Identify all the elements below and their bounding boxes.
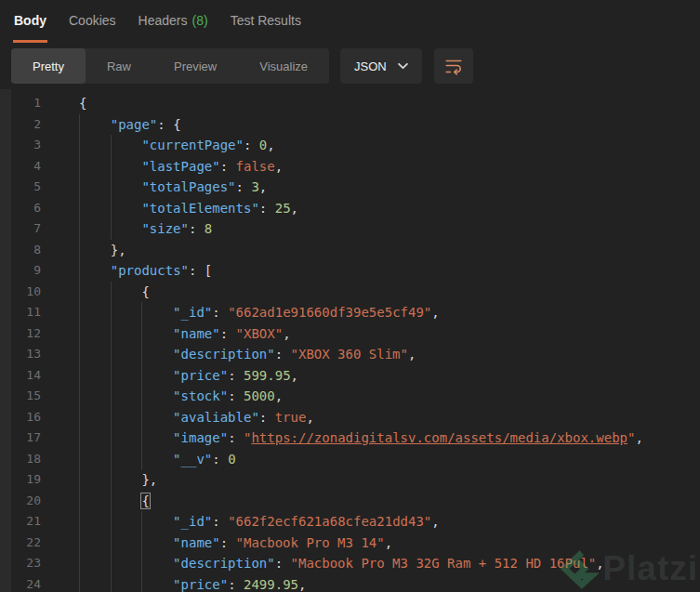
json-token-boo: true [275,410,307,425]
indent-guide [111,177,142,198]
json-token-pun: , [259,179,267,194]
json-token-pun: : [228,430,244,445]
json-token-pun: }, [111,243,126,257]
code-line-4: 4"lastPage": false, [0,156,700,178]
indent-guide [111,386,142,407]
json-token-key: "description" [173,347,275,362]
indent-guide [141,302,173,323]
json-token-key: "image" [173,430,228,445]
json-token-str: "XBOX" [236,326,284,341]
json-token-pun: , [291,201,298,216]
indent-guide [111,282,142,303]
json-token-pun: : [259,410,275,425]
tab-body[interactable]: Body [13,0,47,43]
wrap-text-icon [443,56,464,76]
editor-left-gutter-strip [0,89,11,592]
code-line-2: 2"page": { [0,114,700,136]
json-token-key: "price" [173,368,228,383]
code-line-11: 11"_id": "662ad1e91660df39e5e5cf49", [0,302,700,323]
json-token-key: "size" [141,221,189,236]
indent-guide [141,344,173,365]
json-token-key: "totalPages" [141,179,235,194]
view-mode-preview[interactable]: Preview [152,48,238,84]
chevron-down-icon [398,62,408,70]
tab-headers[interactable]: Headers (8) [138,0,209,43]
json-token-pun: , [431,514,439,529]
tab-cookies-label: Cookies [69,13,116,28]
json-token-key: "avaliable" [173,410,259,425]
json-token-mat: { [141,493,149,508]
tab-cookies[interactable]: Cookies [68,0,117,43]
indent-guide [79,511,111,533]
json-token-pun: : [220,326,236,341]
code-line-16: 16"avaliable": true, [0,407,700,428]
indent-guide [111,218,142,240]
indent-guide [111,469,142,491]
indent-guide [141,449,173,470]
indent-guide [79,260,111,282]
json-token-key: "stock" [173,388,228,403]
indent-guide [111,553,142,574]
json-token-pun: : { [157,117,180,132]
indent-guide [111,428,142,449]
json-token-key: "lastPage" [141,159,219,174]
json-token-key: "price" [173,577,228,592]
code-line-1: 1{ [0,93,700,114]
code-line-6: 6"totalElements": 25, [0,198,700,219]
json-token-key: "products" [111,263,189,278]
code-line-8: 8}, [0,240,700,261]
indent-guide [111,533,142,554]
json-token-pun: : [228,368,244,383]
code-line-15: 15"stock": 5000, [0,386,700,407]
indent-guide [79,553,111,574]
code-line-14: 14"price": 599.95, [0,365,700,387]
format-dropdown[interactable]: JSON [340,48,422,84]
json-token-pun: : [212,452,228,467]
view-mode-raw[interactable]: Raw [86,48,152,84]
json-token-num: 0 [228,452,235,467]
json-token-pun: , [635,430,642,445]
json-token-pun: { [79,96,86,111]
json-token-pun: , [283,326,290,341]
code-line-12: 12"name": "XBOX", [0,323,700,345]
indent-guide [79,574,111,592]
json-token-pun: , [275,159,283,174]
json-token-num: 25 [275,201,291,216]
indent-guide [141,407,173,428]
view-mode-pretty[interactable]: Pretty [11,48,86,84]
indent-guide [79,469,111,491]
json-token-pun: , [267,138,274,152]
json-response-viewer[interactable]: 1{2"page": {3"currentPage": 0,4"lastPage… [0,89,700,592]
indent-guide [79,365,111,387]
json-token-num: 8 [205,221,212,236]
json-token-key: "_id" [173,514,212,529]
indent-guide [79,114,111,136]
format-dropdown-value: JSON [354,59,387,73]
view-mode-group: Pretty Raw Preview Visualize [11,48,329,84]
tab-test-results[interactable]: Test Results [230,0,302,43]
json-token-pun: : [ [189,263,212,278]
json-token-key: "__v" [173,452,212,467]
json-token-pun: : [275,556,291,571]
indent-guide [111,449,142,470]
body-toolbar: Pretty Raw Preview Visualize JSON [0,43,700,89]
indent-guide [141,511,173,533]
json-token-pun: , [385,535,392,550]
json-token-pun: , [431,305,439,320]
json-token-str: "Macbook Pro M3 32G Ram + 512 HD 16Pul" [291,556,597,571]
indent-guide [79,240,111,261]
indent-guide [79,407,111,428]
wrap-text-button[interactable] [434,48,473,84]
json-url-link[interactable]: https://zonadigitalsv.com/assets/media/x… [251,430,627,445]
json-token-pun: : [236,179,252,194]
view-mode-visualize[interactable]: Visualize [238,48,329,84]
json-token-key: "page" [111,117,158,132]
indent-guide [111,365,142,387]
indent-guide [79,135,111,156]
indent-guide [111,323,142,345]
indent-guide [79,323,111,345]
json-token-str: "662f2ecf621a68cfea21dd43" [228,514,431,529]
json-token-key: "name" [173,326,220,341]
code-lines: 1{2"page": {3"currentPage": 0,4"lastPage… [0,93,700,592]
indent-guide [79,282,111,303]
